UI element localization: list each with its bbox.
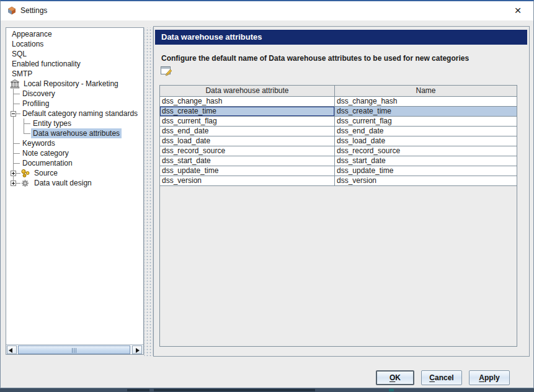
attribute-cell[interactable]: dss_create_time [160, 107, 335, 116]
attribute-cell[interactable]: dss_version [160, 176, 335, 185]
apply-button[interactable]: Apply [469, 370, 510, 385]
tree-connector [10, 89, 20, 99]
panel-splitter[interactable] [144, 27, 153, 356]
tree-connector [10, 158, 20, 168]
table-row[interactable]: dss_start_datedss_start_date [160, 156, 517, 166]
column-header-name[interactable]: Name [335, 86, 517, 96]
table-row[interactable]: dss_create_timedss_create_time [160, 107, 517, 117]
name-cell[interactable]: dss_update_time [335, 166, 517, 176]
tree-item-data-warehouse-attributes[interactable]: Data warehouse attributes [6, 128, 143, 138]
tree-item-label: Documentation [20, 158, 74, 168]
settings-dialog: Settings × AppearanceLocationsSQLEnabled… [0, 0, 534, 388]
settings-tree-panel: AppearanceLocationsSQLEnabled functional… [6, 27, 144, 355]
repository-building-icon [10, 79, 20, 89]
tree-item-label: Data vault design [32, 178, 94, 188]
scroll-left-button[interactable] [7, 345, 17, 354]
table-row[interactable]: dss_update_timedss_update_time [160, 166, 517, 176]
scrollbar-thumb[interactable] [18, 345, 130, 354]
tree-item-label: Note category [20, 148, 71, 158]
background-smudge [127, 389, 149, 391]
tree-connector [20, 128, 31, 138]
ok-button[interactable]: OK [376, 370, 414, 385]
tree-item-locations[interactable]: Locations [6, 39, 143, 49]
attribute-cell[interactable]: dss_update_time [160, 166, 335, 176]
name-cell[interactable]: dss_create_time [335, 107, 517, 116]
detail-panel: Data warehouse attributes Configure the … [153, 26, 530, 357]
tree-item-keywords[interactable]: Keywords [6, 138, 143, 148]
tree-item-label: SMTP [10, 69, 34, 79]
tree-connector [10, 109, 20, 118]
tree-item-entity-types[interactable]: Entity types [6, 118, 143, 128]
scroll-right-button[interactable] [132, 345, 142, 354]
gear-icon [20, 179, 30, 188]
table-row[interactable]: dss_current_flagdss_current_flag [160, 117, 517, 127]
attribute-cell[interactable]: dss_start_date [160, 156, 335, 166]
tree-horizontal-scrollbar[interactable] [6, 344, 143, 354]
table-header-row: Data warehouse attribute Name [160, 86, 517, 97]
tree-item-label: Source [32, 168, 60, 178]
scrollbar-grip-icon [72, 348, 77, 353]
cancel-button[interactable]: Cancel [421, 370, 462, 385]
tree-item-appearance[interactable]: Appearance [6, 29, 143, 39]
table-body: dss_change_hashdss_change_hashdss_create… [160, 97, 517, 186]
table-row[interactable]: dss_end_datedss_end_date [160, 127, 517, 136]
tree-connector [20, 118, 31, 128]
tree-item-label: Local Repository - Marketing [22, 79, 120, 89]
name-cell[interactable]: dss_start_date [335, 156, 517, 166]
title-bar: Settings × [1, 1, 533, 20]
tree-item-note-category[interactable]: Note category [6, 148, 143, 158]
tree-item-enabled-functionality[interactable]: Enabled functionality [6, 59, 143, 69]
footer-buttons: OKCancelApply [376, 370, 510, 385]
screenshot-root: Settings × AppearanceLocationsSQLEnabled… [0, 0, 534, 392]
app-cube-icon [7, 6, 17, 16]
name-cell[interactable]: dss_version [335, 176, 517, 185]
column-header-attribute[interactable]: Data warehouse attribute [160, 86, 335, 96]
close-icon[interactable]: × [507, 2, 528, 19]
desktop-background-strip [0, 388, 534, 392]
tree-item-default-category-naming-standards[interactable]: Default category naming standards [6, 109, 143, 118]
name-cell[interactable]: dss_record_source [335, 146, 517, 156]
tree-item-label: Profiling [20, 99, 51, 109]
tree-item-discovery[interactable]: Discovery [6, 89, 143, 99]
attribute-cell[interactable]: dss_change_hash [160, 97, 335, 106]
tree-connector [10, 168, 20, 178]
tree-connector [10, 128, 20, 138]
tree-item-profiling[interactable]: Profiling [6, 99, 143, 109]
table-row[interactable]: dss_change_hashdss_change_hash [160, 97, 517, 107]
edit-pencil-pad-icon [161, 66, 173, 77]
tree-item-data-vault-design[interactable]: Data vault design [6, 178, 143, 188]
tree-item-label: SQL [10, 49, 29, 59]
name-cell[interactable]: dss_end_date [335, 127, 517, 136]
tree-item-label: Default category naming standards [20, 109, 140, 118]
attribute-cell[interactable]: dss_record_source [160, 146, 335, 156]
expand-toggle-icon[interactable] [11, 171, 16, 176]
window-title: Settings [20, 1, 47, 20]
background-smudge [389, 389, 394, 391]
tree-connector [10, 99, 20, 109]
tree-item-label: Locations [10, 39, 45, 49]
background-smudge [154, 389, 315, 391]
attribute-cell[interactable]: dss_load_date [160, 136, 335, 146]
expand-toggle-icon[interactable] [11, 180, 16, 186]
tree-item-label: Keywords [20, 138, 57, 148]
attributes-table: Data warehouse attribute Name dss_change… [159, 85, 517, 347]
tree-item-label: Data warehouse attributes [31, 128, 122, 138]
tree-item-label: Appearance [10, 29, 54, 39]
table-row[interactable]: dss_versiondss_version [160, 176, 517, 186]
collapse-toggle-icon[interactable] [11, 111, 16, 117]
name-cell[interactable]: dss_change_hash [335, 97, 517, 106]
edit-attributes-button[interactable] [160, 66, 174, 78]
attribute-cell[interactable]: dss_end_date [160, 127, 335, 136]
tree-item-source[interactable]: Source [6, 168, 143, 178]
tree-item-documentation[interactable]: Documentation [6, 158, 143, 168]
left-arrow-icon [9, 348, 12, 353]
attribute-cell[interactable]: dss_current_flag [160, 117, 335, 126]
table-row[interactable]: dss_load_datedss_load_date [160, 136, 517, 146]
tree-item-local-repository-marketing[interactable]: Local Repository - Marketing [6, 79, 143, 89]
settings-tree: AppearanceLocationsSQLEnabled functional… [6, 29, 143, 344]
name-cell[interactable]: dss_current_flag [335, 117, 517, 126]
tree-item-sql[interactable]: SQL [6, 49, 143, 59]
name-cell[interactable]: dss_load_date [335, 136, 517, 146]
table-row[interactable]: dss_record_sourcedss_record_source [160, 146, 517, 156]
tree-item-smtp[interactable]: SMTP [6, 69, 143, 79]
